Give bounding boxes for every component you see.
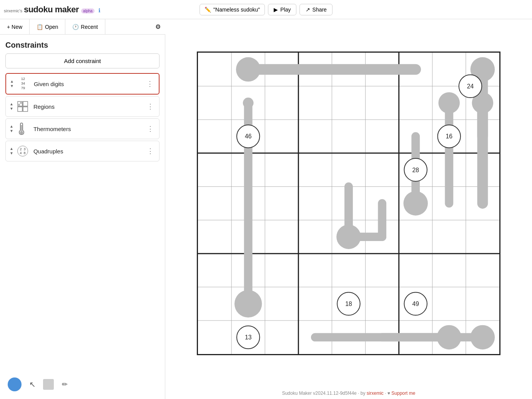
svg-rect-3 (23, 101, 28, 106)
svg-point-53 (237, 125, 260, 148)
logo-title: sudoku maker (24, 5, 79, 15)
constraints-title: Constraints (0, 35, 165, 53)
recent-label: Recent (81, 24, 98, 30)
footer-author-link[interactable]: sirxemic (367, 391, 384, 396)
svg-text:18: 18 (345, 301, 352, 307)
given-digits-label: Given digits (34, 81, 145, 87)
play-button[interactable]: ▶ Play (268, 4, 296, 15)
pencil-icon: ✏️ (204, 7, 211, 13)
given-digits-menu-icon[interactable]: ⋮ (145, 80, 155, 88)
sudoku-grid[interactable]: 46 16 28 24 18 49 (197, 52, 500, 355)
move-up-icon[interactable]: ▲ (10, 146, 13, 151)
new-button[interactable]: + New (0, 19, 30, 34)
svg-text:46: 46 (245, 133, 252, 140)
play-icon: ▶ (274, 7, 278, 13)
move-down-icon[interactable]: ▼ (10, 84, 14, 88)
svg-point-46 (439, 92, 460, 114)
thermo-svg (17, 122, 28, 136)
add-constraint-button[interactable]: Add constraint (5, 53, 160, 68)
svg-point-63 (337, 293, 360, 316)
recent-icon: 🕐 (72, 24, 79, 30)
svg-point-65 (404, 293, 427, 316)
sudoku-name-button[interactable]: ✏️ "Nameless sudoku" (200, 4, 265, 15)
svg-text:16: 16 (446, 133, 452, 140)
constraint-order-regions: ▲ ▼ (10, 102, 13, 111)
svg-text:49: 49 (412, 301, 419, 307)
constraint-order-thermometers: ▲ ▼ (10, 124, 13, 133)
sudoku-container: 46 16 28 24 18 49 (197, 52, 500, 355)
move-down-icon[interactable]: ▼ (10, 129, 13, 133)
svg-point-61 (459, 75, 482, 98)
svg-rect-1 (20, 101, 22, 104)
bottom-tools: ↖ ✏ (8, 377, 71, 391)
move-down-icon[interactable]: ▼ (10, 106, 13, 111)
given-digits-icon: 12 34 79 (16, 77, 30, 91)
svg-rect-4 (18, 107, 22, 111)
svg-point-34 (470, 57, 495, 82)
square-tool-button[interactable] (43, 379, 54, 390)
constraint-item-quadruples[interactable]: ▲ ▼ 23 48 Quadruples ⋮ (5, 141, 160, 161)
regions-svg (17, 101, 28, 112)
svg-point-67 (237, 326, 260, 349)
open-icon: 📋 (37, 24, 43, 30)
svg-text:13: 13 (245, 334, 252, 341)
constraint-item-regions[interactable]: ▲ ▼ Regions ⋮ (5, 96, 160, 117)
svg-text:28: 28 (412, 167, 419, 173)
quadruples-icon: 23 48 (16, 144, 30, 158)
footer-version: Sudoku Maker v2024.11.12-9d5f44e · by (282, 391, 366, 396)
quadruples-label: Quadruples (33, 148, 145, 155)
left-panel: Constraints Add constraint ▲ ▼ 12 34 79 … (0, 35, 165, 399)
logo-author: sirxemic's (4, 8, 22, 13)
sudoku-name-label: "Nameless sudoku" (213, 7, 260, 13)
regions-icon (16, 100, 30, 113)
move-up-icon[interactable]: ▲ (10, 79, 14, 84)
svg-point-32 (236, 57, 261, 82)
recent-button[interactable]: 🕐 Recent (65, 19, 105, 34)
svg-point-52 (437, 325, 462, 350)
quadruples-menu-icon[interactable]: ⋮ (145, 147, 155, 155)
logo-alpha-badge: alpha (81, 8, 94, 13)
svg-point-39 (234, 290, 262, 318)
svg-rect-5 (23, 107, 28, 111)
thermometers-label: Thermometers (33, 126, 145, 132)
move-up-icon[interactable]: ▲ (10, 124, 13, 129)
new-label: + New (7, 24, 22, 30)
svg-point-44 (404, 191, 428, 216)
regions-label: Regions (33, 103, 145, 110)
thermometer-icon (16, 122, 30, 136)
info-icon[interactable]: ℹ (98, 7, 100, 13)
svg-point-55 (438, 125, 461, 148)
logo-area: sirxemic's sudoku maker alpha ℹ (4, 5, 100, 15)
settings-button[interactable]: ⚙ (151, 19, 165, 34)
open-button[interactable]: 📋 Open (30, 19, 65, 34)
svg-point-40 (336, 224, 361, 249)
svg-text:24: 24 (467, 83, 474, 90)
cursor-icon (11, 381, 18, 388)
sudoku-area: 46 16 28 24 18 49 (165, 19, 532, 387)
svg-point-10 (12, 381, 18, 387)
constraint-item-given-digits[interactable]: ▲ ▼ 12 34 79 Given digits ⋮ (5, 73, 160, 95)
primary-tool-button[interactable] (8, 377, 22, 391)
heart-icon: ♥ (387, 391, 390, 396)
move-down-icon[interactable]: ▼ (10, 151, 13, 156)
svg-rect-2 (18, 104, 20, 106)
svg-point-48 (470, 325, 495, 350)
footer: Sudoku Maker v2024.11.12-9d5f44e · by si… (165, 387, 532, 399)
footer-support-link[interactable]: Support me (391, 391, 415, 396)
svg-point-36 (472, 92, 494, 114)
share-button[interactable]: ↗ Share (300, 4, 332, 15)
arrow-tool-button[interactable]: ↖ (25, 377, 39, 391)
regions-menu-icon[interactable]: ⋮ (145, 102, 155, 111)
constraint-order-quadruples: ▲ ▼ (10, 146, 13, 156)
thermometer-overlay: 46 16 28 24 18 49 (198, 53, 499, 354)
open-label: Open (45, 24, 58, 30)
thermometers-menu-icon[interactable]: ⋮ (145, 125, 155, 133)
move-up-icon[interactable]: ▲ (10, 102, 13, 106)
top-controls: ✏️ "Nameless sudoku" ▶ Play ↗ Share (200, 4, 332, 15)
svg-point-38 (243, 98, 254, 108)
share-icon: ↗ (306, 7, 310, 13)
constraint-order-given-digits: ▲ ▼ (10, 79, 14, 88)
constraint-item-thermometers[interactable]: ▲ ▼ Thermometers ⋮ (5, 118, 160, 139)
pencil-tool-button[interactable]: ✏ (58, 377, 71, 391)
play-label: Play (280, 7, 291, 13)
